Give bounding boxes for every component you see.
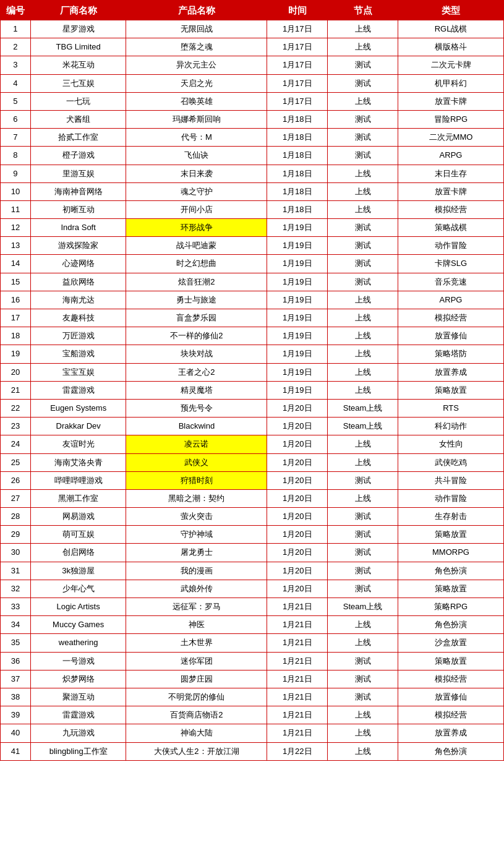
cell-product: 不明觉厉的修仙 [126, 688, 267, 706]
cell-type: 策略塔防 [398, 345, 504, 363]
cell-node: Steam上线 [328, 598, 398, 616]
cell-time: 1月19日 [267, 381, 328, 399]
header-time: 时间 [267, 1, 328, 20]
cell-product: 无限回战 [126, 20, 267, 38]
cell-vendor: 炽梦网络 [30, 670, 126, 688]
cell-num: 35 [1, 634, 31, 652]
table-row: 24友谊时光凌云诺1月20日上线女性向 [1, 435, 504, 453]
cell-product: 堕落之魂 [126, 38, 267, 56]
cell-product: 王者之心2 [126, 363, 267, 381]
cell-vendor: 海南神音网络 [30, 182, 126, 200]
cell-node: 测试 [328, 471, 398, 489]
cell-num: 19 [1, 345, 31, 363]
table-row: 15益欣网络炫音狂潮21月19日测试音乐竞速 [1, 273, 504, 291]
cell-time: 1月20日 [267, 544, 328, 562]
header-vendor: 厂商名称 [30, 1, 126, 20]
cell-node: 上线 [328, 92, 398, 110]
cell-num: 25 [1, 453, 31, 471]
table-row: 41blingbling工作室大侠式人生2：开放江湖1月22日上线角色扮演 [1, 742, 504, 760]
table-row: 27黑潮工作室黑暗之潮：契约1月20日上线动作冒险 [1, 489, 504, 507]
cell-product: 代号：M [126, 129, 267, 147]
cell-num: 36 [1, 652, 31, 670]
cell-product: 玛娜希斯回响 [126, 110, 267, 128]
cell-vendor: 米花互动 [30, 56, 126, 74]
cell-type: 放置养成 [398, 363, 504, 381]
cell-num: 39 [1, 706, 31, 724]
cell-time: 1月22日 [267, 742, 328, 760]
cell-vendor: 网易游戏 [30, 508, 126, 526]
cell-product: 狩猎时刻 [126, 471, 267, 489]
cell-product: 百货商店物语2 [126, 706, 267, 724]
cell-time: 1月21日 [267, 616, 328, 634]
cell-vendor: blingbling工作室 [30, 742, 126, 760]
cell-vendor: 海南艾洛央青 [30, 453, 126, 471]
cell-vendor: TBG Limited [30, 38, 126, 56]
cell-product: 异次元主公 [126, 56, 267, 74]
cell-type: 策略放置 [398, 652, 504, 670]
cell-vendor: weathering [30, 634, 126, 652]
cell-time: 1月20日 [267, 580, 328, 598]
table-row: 25海南艾洛央青武侠义1月20日上线武侠吃鸡 [1, 453, 504, 471]
cell-time: 1月17日 [267, 92, 328, 110]
cell-vendor: 初晰互动 [30, 200, 126, 218]
cell-type: 科幻动作 [398, 418, 504, 435]
cell-product: 精灵魔塔 [126, 381, 267, 399]
cell-time: 1月20日 [267, 562, 328, 580]
cell-node: 上线 [328, 489, 398, 507]
cell-product: 神医 [126, 616, 267, 634]
table-row: 7拾贰工作室代号：M1月18日测试二次元MMO [1, 129, 504, 147]
cell-vendor: Indra Soft [30, 219, 126, 237]
cell-node: 测试 [328, 129, 398, 147]
cell-node: 上线 [328, 435, 398, 453]
table-row: 13游戏探险家战斗吧迪蒙1月19日测试动作冒险 [1, 237, 504, 255]
cell-product: 萤火突击 [126, 508, 267, 526]
cell-time: 1月21日 [267, 634, 328, 652]
table-row: 6犬酱组玛娜希斯回响1月18日测试冒险RPG [1, 110, 504, 128]
cell-num: 10 [1, 182, 31, 200]
cell-type: 策略战棋 [398, 219, 504, 237]
cell-node: 测试 [328, 526, 398, 544]
cell-time: 1月18日 [267, 165, 328, 182]
cell-num: 11 [1, 200, 31, 218]
cell-node: Steam上线 [328, 399, 398, 417]
cell-product: 召唤英雄 [126, 92, 267, 110]
cell-vendor: 橙子游戏 [30, 147, 126, 165]
cell-type: 二次元MMO [398, 129, 504, 147]
cell-num: 9 [1, 165, 31, 182]
cell-num: 28 [1, 508, 31, 526]
cell-node: 上线 [328, 381, 398, 399]
cell-node: 测试 [328, 562, 398, 580]
cell-node: 测试 [328, 255, 398, 273]
table-row: 40九玩游戏神谕大陆1月21日上线放置养成 [1, 724, 504, 742]
cell-product: 魂之守护 [126, 182, 267, 200]
cell-time: 1月19日 [267, 291, 328, 309]
cell-type: 放置卡牌 [398, 182, 504, 200]
cell-type: 角色扮演 [398, 562, 504, 580]
cell-node: 测试 [328, 580, 398, 598]
cell-product: 不一样的修仙2 [126, 327, 267, 345]
header-type: 类型 [398, 1, 504, 20]
cell-time: 1月21日 [267, 724, 328, 742]
cell-time: 1月17日 [267, 74, 328, 92]
cell-time: 1月19日 [267, 345, 328, 363]
cell-product: 凌云诺 [126, 435, 267, 453]
cell-time: 1月21日 [267, 670, 328, 688]
cell-num: 33 [1, 598, 31, 616]
cell-num: 14 [1, 255, 31, 273]
cell-num: 34 [1, 616, 31, 634]
table-row: 313k独游屋我的漫画1月20日测试角色扮演 [1, 562, 504, 580]
cell-vendor: 一七玩 [30, 92, 126, 110]
cell-vendor: Muccy Games [30, 616, 126, 634]
cell-vendor: Drakkar Dev [30, 418, 126, 435]
cell-num: 13 [1, 237, 31, 255]
cell-type: 沙盒放置 [398, 634, 504, 652]
cell-time: 1月19日 [267, 273, 328, 291]
cell-num: 23 [1, 418, 31, 435]
table-row: 37炽梦网络圆梦庄园1月21日测试模拟经营 [1, 670, 504, 688]
cell-node: 测试 [328, 508, 398, 526]
cell-type: 横版格斗 [398, 38, 504, 56]
cell-type: 策略放置 [398, 526, 504, 544]
cell-vendor: 一号游戏 [30, 652, 126, 670]
cell-product: 神谕大陆 [126, 724, 267, 742]
cell-num: 1 [1, 20, 31, 38]
